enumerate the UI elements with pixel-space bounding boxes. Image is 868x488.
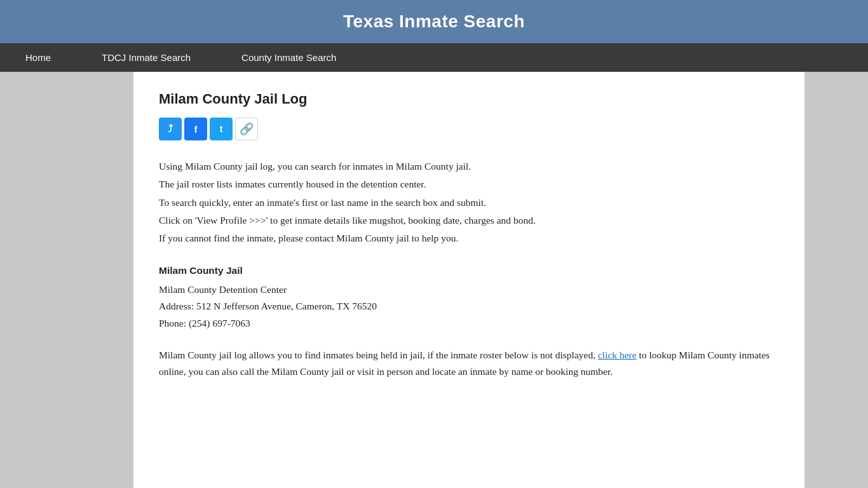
page-title: Milam County Jail Log [159,91,779,107]
intro-line-2: The jail roster lists inmates currently … [159,176,779,193]
site-title: Texas Inmate Search [13,11,855,32]
copy-link-button[interactable]: 🔗 [235,118,258,140]
site-header: Texas Inmate Search [0,0,868,43]
main-nav: Home TDCJ Inmate Search County Inmate Se… [0,43,868,72]
content-wrapper: Milam County Jail Log ⤴ f t 🔗 Using Mila… [0,72,868,488]
intro-text: Using Milam County jail log, you can sea… [159,158,779,247]
facebook-button[interactable]: f [184,118,207,140]
right-sidebar [804,72,868,488]
nav-item-tdcj[interactable]: TDCJ Inmate Search [76,43,216,72]
share-button[interactable]: ⤴ [159,118,182,140]
nav-item-county[interactable]: County Inmate Search [216,43,362,72]
jail-detention-name: Milam County Detention Center [159,281,779,298]
twitter-button[interactable]: t [210,118,233,140]
intro-line-1: Using Milam County jail log, you can sea… [159,158,779,175]
left-sidebar [0,72,133,488]
jail-phone: Phone: (254) 697-7063 [159,315,779,332]
main-content: Milam County Jail Log ⤴ f t 🔗 Using Mila… [133,72,804,488]
bottom-paragraph: Milam County jail log allows you to find… [159,347,779,381]
social-share-bar: ⤴ f t 🔗 [159,118,779,140]
jail-info-section: Milam County Jail Milam County Detention… [159,262,779,332]
intro-line-4: Click on 'View Profile >>>' to get inmat… [159,212,779,229]
nav-item-home[interactable]: Home [0,43,76,72]
jail-address: Address: 512 N Jefferson Avenue, Cameron… [159,298,779,315]
intro-line-3: To search quickly, enter an inmate's fir… [159,194,779,211]
bottom-text-before-link: Milam County jail log allows you to find… [159,349,598,360]
intro-line-5: If you cannot find the inmate, please co… [159,230,779,247]
jail-info-title: Milam County Jail [159,262,779,279]
click-here-link[interactable]: click here [598,349,637,360]
